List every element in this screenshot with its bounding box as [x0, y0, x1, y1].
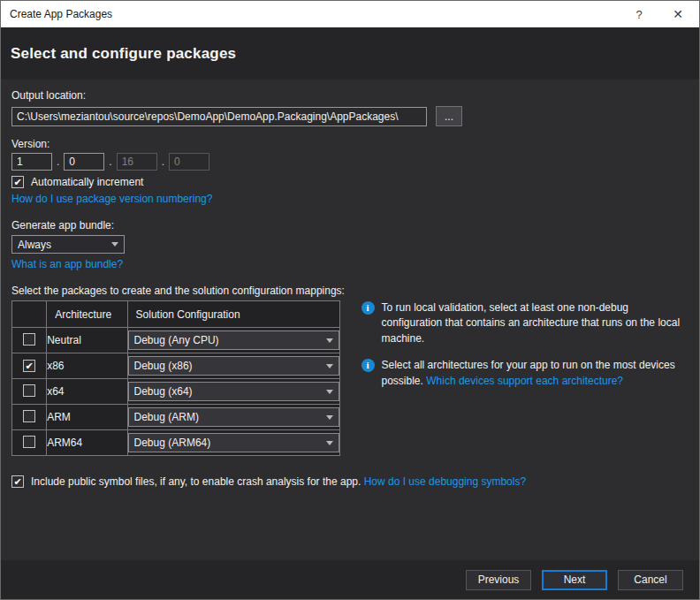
configuration-dropdown-neutral[interactable]: Debug (Any CPU) — [128, 330, 339, 350]
configuration-dropdown-arm64[interactable]: Debug (ARM64) — [128, 433, 339, 452]
header-architecture: Architecture — [47, 301, 127, 328]
note-text: To run local validation, select at least… — [382, 301, 681, 345]
chevron-down-icon — [326, 415, 333, 420]
bundle-dropdown[interactable]: Always — [11, 235, 125, 254]
page-title: Select and configure packages — [1, 45, 236, 63]
version-revision-input — [169, 153, 209, 171]
close-icon[interactable]: ✕ — [658, 1, 697, 27]
version-separator: . — [162, 156, 164, 168]
device-architecture-link[interactable]: Which devices support each architecture? — [426, 375, 623, 387]
dropdown-value: Debug (ARM) — [134, 411, 321, 423]
architecture-cell: ARM — [47, 405, 127, 430]
info-icon: i — [361, 301, 375, 315]
table-row: ARM Debug (ARM) — [12, 405, 340, 430]
output-location-input[interactable] — [11, 107, 427, 126]
row-checkbox-arm[interactable] — [23, 410, 35, 422]
chevron-down-icon — [326, 390, 333, 394]
app-bundle-link[interactable]: What is an app bundle? — [11, 258, 123, 270]
table-row: x64 Debug (x64) — [12, 379, 340, 405]
header-checkbox-column — [12, 301, 47, 328]
dropdown-value: Debug (Any CPU) — [134, 334, 321, 346]
bundle-dropdown-value: Always — [18, 239, 106, 251]
include-symbols-label: Include public symbol files, if any, to … — [31, 475, 526, 488]
header-configuration: Solution Configuration — [127, 301, 339, 328]
dropdown-value: Debug (ARM64) — [134, 437, 321, 449]
titlebar: Create App Packages ? ✕ — [1, 1, 699, 27]
row-checkbox-neutral[interactable] — [23, 333, 35, 346]
packages-section-label: Select the packages to create and the so… — [11, 285, 690, 297]
table-row: ✔ x86 Debug (x86) — [12, 353, 340, 379]
architecture-cell: ARM64 — [47, 430, 127, 456]
chevron-down-icon — [326, 441, 333, 445]
next-button[interactable]: Next — [542, 570, 607, 590]
generate-bundle-label: Generate app bundle: — [11, 219, 690, 232]
window-title: Create App Packages — [1, 8, 620, 20]
chevron-down-icon — [111, 242, 118, 247]
dialog-header: Select and configure packages — [1, 27, 699, 80]
packages-table: Architecture Solution Configuration Neut… — [11, 300, 340, 456]
version-label: Version: — [11, 138, 690, 150]
dropdown-value: Debug (x64) — [134, 385, 321, 398]
table-header-row: Architecture Solution Configuration — [12, 301, 340, 328]
architecture-cell: x64 — [47, 379, 127, 405]
row-checkbox-x64[interactable] — [23, 384, 35, 397]
note-local-validation: i To run local validation, select at lea… — [361, 300, 690, 346]
configuration-dropdown-x64[interactable]: Debug (x64) — [128, 382, 339, 401]
check-icon: ✔ — [13, 178, 21, 187]
version-minor-input[interactable] — [64, 153, 104, 171]
cancel-button[interactable]: Cancel — [618, 570, 683, 590]
version-major-input[interactable] — [11, 153, 52, 171]
create-app-packages-dialog: Create App Packages ? ✕ Select and confi… — [0, 0, 700, 600]
dialog-body: Output location: ... Version: . . . ✔ Au… — [1, 80, 699, 560]
previous-button[interactable]: Previous — [466, 570, 531, 590]
symbols-option: ✔ Include public symbol files, if any, t… — [11, 475, 690, 488]
check-icon: ✔ — [25, 361, 33, 371]
architecture-cell: x86 — [47, 353, 127, 379]
chevron-down-icon — [326, 364, 333, 368]
info-icon: i — [361, 359, 375, 372]
configuration-dropdown-x86[interactable]: Debug (x86) — [128, 356, 339, 376]
auto-increment-checkbox[interactable]: ✔ — [11, 176, 24, 188]
output-location-label: Output location: — [11, 89, 690, 102]
chevron-down-icon — [326, 338, 333, 343]
configuration-dropdown-arm[interactable]: Debug (ARM) — [128, 407, 339, 427]
architecture-cell: Neutral — [47, 328, 127, 353]
table-row: ARM64 Debug (ARM64) — [12, 430, 340, 456]
help-icon[interactable]: ? — [620, 1, 658, 27]
include-symbols-checkbox[interactable]: ✔ — [11, 475, 24, 488]
auto-increment-label: Automatically increment — [31, 176, 143, 188]
version-separator: . — [109, 156, 111, 168]
table-row: Neutral Debug (Any CPU) — [12, 328, 340, 353]
debugging-symbols-link[interactable]: How do I use debugging symbols? — [364, 475, 526, 488]
browse-button[interactable]: ... — [436, 106, 462, 126]
note-architectures: i Select all architectures for your app … — [361, 358, 690, 389]
check-icon: ✔ — [13, 477, 21, 487]
dialog-footer: Previous Next Cancel — [1, 560, 699, 599]
version-numbering-link[interactable]: How do I use package version numbering? — [11, 193, 212, 205]
symbols-text: Include public symbol files, if any, to … — [31, 475, 364, 488]
version-build-input — [117, 153, 157, 171]
info-notes: i To run local validation, select at lea… — [361, 300, 690, 456]
row-checkbox-x86[interactable]: ✔ — [23, 360, 35, 372]
dropdown-value: Debug (x86) — [134, 360, 321, 372]
row-checkbox-arm64[interactable] — [23, 436, 35, 448]
version-separator: . — [57, 156, 59, 168]
